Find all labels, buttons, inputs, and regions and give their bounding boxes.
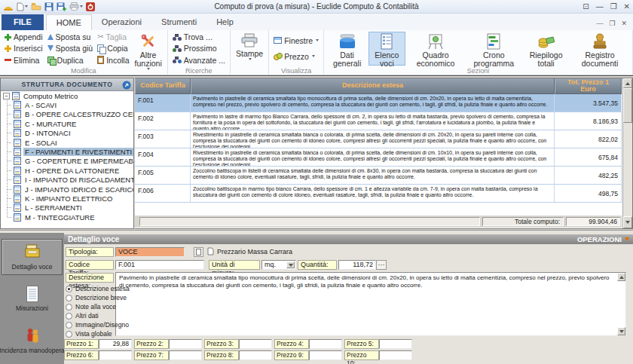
tree-item[interactable]: B - OPERE CALCESTRUZZO CEMENTIZ [1,110,133,119]
dati-generali-button[interactable]: Dati generali [327,32,367,66]
prezzo-3-field[interactable] [239,339,272,349]
quantita-more-button[interactable]: ··· [376,260,387,270]
save-as-button[interactable] [57,1,66,12]
sposta-giu-button[interactable]: Sposta giù [46,43,95,54]
registro-documenti-button[interactable]: Registro documenti [570,32,629,66]
save-button[interactable] [44,1,54,12]
restore-button[interactable]: ❐ [610,2,617,11]
quantita-field[interactable]: 118,72 [338,260,376,270]
mdi-restore-button[interactable]: ❐ [609,20,615,27]
copia-button[interactable]: Copia [96,43,130,54]
tab-home[interactable]: HOME [46,14,92,30]
finestre-button[interactable]: Finestre [272,35,320,46]
tree-item-selected[interactable]: F - PAVIMENTI E RIVESTIMENTI [1,147,133,156]
table-row[interactable]: F.004 Rivestimento in piastrelle di cera… [135,148,622,167]
elimina-button[interactable]: Elimina [3,55,44,66]
inserisci-button[interactable]: Inserisci [3,43,44,54]
scroll-down-button[interactable] [623,216,632,228]
prezzo-10-field[interactable] [379,350,412,360]
quadro-economico-button[interactable]: Quadro economico [407,32,465,66]
stampe-button[interactable]: Stampe [234,32,265,66]
scrollbar-track[interactable] [623,123,632,216]
collapse-expander-icon[interactable] [3,93,10,99]
tipologia-browse-button[interactable] [194,247,203,257]
sidebar-dettaglio-voce-button[interactable]: Dettaglio voce [2,239,63,275]
appendi-button[interactable]: Appendi [3,32,44,42]
tree-item[interactable]: K - IMPIANTO ELETTRICO [1,194,133,203]
prezzo-2-field[interactable] [169,339,202,349]
tipologia-field[interactable]: VOCE [115,247,185,257]
radio-altri-dati[interactable]: Altri dati [66,311,130,320]
tree-item[interactable]: L - SERRAMENTI [1,203,133,213]
trova-button[interactable]: Trova ... [171,32,227,42]
close-button[interactable]: ✕ [624,2,630,11]
duplica-button[interactable]: Duplica [46,55,95,66]
taglia-button[interactable]: ✂Taglia [96,32,130,42]
column-header-descrizione[interactable]: Descrizione estesa [191,78,555,94]
prossimo-button[interactable]: Prossimo [171,43,227,54]
tree-item[interactable]: C - MURATURE [1,119,133,128]
prezzo-8-field[interactable] [239,350,272,360]
tab-file[interactable]: FILE [2,14,44,30]
table-row[interactable]: F.003 Rivestimento in piastrelle di cera… [135,130,622,148]
mdi-minimize-button[interactable]: — [596,20,603,27]
crono-programma-button[interactable]: Crono programma [466,32,521,66]
unita-dropdown-button[interactable] [286,262,295,268]
table-row[interactable]: F.002 Pavimento in lastre di marmo tipo … [135,112,622,130]
tree-item[interactable]: E - SOLAI [1,138,133,147]
prezzo-6-field[interactable] [99,350,132,360]
tree-item[interactable]: I - IMPIANTO DI RISCALDAMENTO [1,176,133,185]
sidebar-misurazioni-button[interactable]: Misurazioni [2,280,63,317]
radio-immagine-disegno[interactable]: Immagine/Disegno [66,320,130,329]
tab-strumenti[interactable]: Strumenti [151,14,206,30]
pin-panel-icon[interactable] [122,81,131,91]
tree-item[interactable]: D - INTONACI [1,129,133,138]
table-row-selected[interactable]: F.001 Pavimento in piastrelle di ceramic… [135,94,622,112]
radio-descrizione-breve[interactable]: Descrizione breve [66,293,130,302]
prezzo-4-field[interactable] [309,339,342,349]
radio-note-alla-voce[interactable]: Note alla voce [66,302,130,311]
unita-misura-dropdown[interactable]: mq. [261,260,296,270]
sposta-su-button[interactable]: Sposta su [46,32,95,42]
descrizione-textarea[interactable]: Pavimento in piastrelle di ceramica smal… [115,272,626,336]
tab-help[interactable]: Help [206,14,243,30]
textarea-scroll-up-button[interactable] [617,273,625,281]
exit-button[interactable] [86,1,95,12]
column-header-prezzo[interactable]: Tot. Prezzo 1Euro [555,78,622,94]
elenco-voci-button[interactable]: Elenco voci [368,32,405,66]
prezzo-9-field[interactable] [309,350,342,360]
table-row[interactable]: F.005 Zoccolino battiscopa in listelli d… [135,167,622,185]
print-button[interactable] [69,1,83,12]
prezzo-7-field[interactable] [169,350,202,360]
tree-item[interactable]: J - IMPIANTO IDRICO E SCARICO [1,185,133,194]
tree-root-item[interactable]: Computo Metrico [1,91,133,100]
print-dropdown-icon[interactable] [80,5,83,8]
operazioni-panel-toggle[interactable]: OPERAZIONI [577,235,629,243]
tree-item[interactable]: M - TINTEGGIATURE [1,213,133,222]
minimize-button[interactable]: — [596,2,604,11]
incolla-button[interactable]: Incolla [96,55,130,66]
sidebar-incidenza-button[interactable]: Incidenza manodopera [2,322,63,359]
table-row[interactable]: F.006 Zoccolino battiscopa in marmo tipo… [135,185,622,203]
tree-item[interactable]: G - COPERTURE E IMPERMEABILIZZAZ [1,157,133,166]
riepilogo-totali-button[interactable]: Riepilogo totali [523,32,569,66]
new-document-button[interactable] [17,1,28,12]
open-button[interactable] [31,1,41,12]
avanzate-button[interactable]: Avanzate ... [171,55,227,66]
mdi-close-button[interactable]: ✕ [621,20,627,27]
column-header-codice[interactable]: Codice Tariffa [135,78,191,94]
tree-item[interactable]: A - SCAVI [1,100,133,109]
grid-vertical-scrollbar[interactable] [622,78,632,228]
codice-tariffa-field[interactable]: F.001 [115,260,204,270]
altre-funzioni-button[interactable]: Altre funzioni [133,32,164,66]
prezzo-5-field[interactable] [379,339,412,349]
textarea-scroll-down-button[interactable] [617,327,625,335]
tree-item[interactable]: H - OPERE DA LATTONIERE [1,166,133,175]
radio-vista-globale[interactable]: Vista globale [66,329,130,338]
new-document-dropdown-icon[interactable] [25,5,28,8]
radio-descrizione-estesa[interactable]: Descrizione estesa [66,284,130,293]
ribbon-options-icon[interactable]: ⊡ [583,2,589,11]
scroll-up-button[interactable] [623,78,632,88]
scrollbar-thumb[interactable] [623,88,632,123]
prezzo-button[interactable]: Prezzo [272,50,320,62]
